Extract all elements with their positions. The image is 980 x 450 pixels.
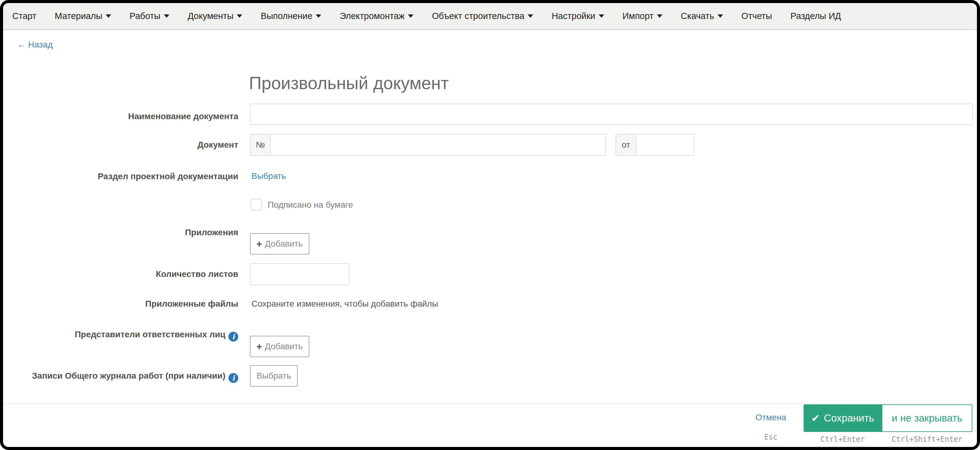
back-link[interactable]: ← Назад	[17, 40, 52, 49]
journal-records-choose-button[interactable]: Выбрать	[250, 365, 298, 386]
plus-icon: +	[257, 342, 262, 351]
save-and-not-close-button[interactable]: и не закрывать	[882, 404, 972, 432]
caret-down-icon	[718, 14, 723, 18]
nav-item-import[interactable]: Импорт	[613, 3, 671, 29]
document-number-group: №	[250, 134, 606, 156]
nav-item-label: Материалы	[55, 11, 102, 21]
nav-item-execution[interactable]: Выполнение	[251, 3, 331, 29]
nav-item-documents[interactable]: Документы	[178, 3, 252, 29]
project-section-label: Раздел проектной документации	[3, 171, 238, 182]
attachments-add-button[interactable]: + Добавить	[250, 233, 309, 254]
nav-item-label: Электромонтаж	[340, 11, 404, 21]
date-prefix-addon: от	[616, 134, 636, 156]
back-arrow-icon: ←	[17, 40, 26, 49]
project-section-choose-link[interactable]: Выбрать	[251, 171, 286, 181]
caret-down-icon	[528, 14, 533, 18]
document-date-group: от	[616, 134, 694, 156]
check-icon: ✔	[811, 413, 820, 423]
sheet-count-label: Количество листов	[3, 268, 238, 280]
document-number-input[interactable]	[270, 134, 606, 156]
nav-item-works[interactable]: Работы	[120, 3, 178, 29]
nav-item-materials[interactable]: Материалы	[46, 3, 120, 29]
form-footer: Отмена Esc ✔ Сохранить и не закрывать Ct…	[3, 403, 977, 447]
nav-item-label: Разделы ИД	[791, 11, 841, 21]
attachments-label: Приложения	[3, 227, 238, 239]
signed-on-paper-label[interactable]: Подписано на бумаге	[268, 200, 353, 210]
nav-item-label: Импорт	[623, 11, 654, 21]
nav-item-label: Работы	[130, 11, 161, 21]
caret-down-icon	[164, 14, 169, 18]
save-and-not-close-label: и не закрывать	[892, 412, 962, 424]
document-name-input[interactable]	[250, 103, 973, 125]
save-button-label: Сохранить	[824, 412, 874, 424]
nav-item-settings[interactable]: Настройки	[542, 3, 613, 29]
nav-item-reports[interactable]: Отчеты	[732, 3, 781, 29]
caret-down-icon	[316, 14, 321, 18]
save-shortcut: Ctrl+Enter	[803, 435, 882, 444]
back-link-label: Назад	[28, 40, 52, 49]
cancel-link[interactable]: Отмена	[749, 413, 792, 423]
caret-down-icon	[237, 14, 242, 18]
nav-item-label: Старт	[12, 11, 37, 21]
attached-files-hint: Сохраните изменения, чтобы добавить файл…	[251, 298, 438, 310]
attached-files-label: Приложенные файлы	[3, 298, 238, 310]
nav-item-label: Отчеты	[741, 11, 772, 21]
document-date-input[interactable]	[636, 134, 694, 156]
info-icon[interactable]: i	[229, 373, 238, 383]
save-button[interactable]: ✔ Сохранить	[803, 404, 882, 432]
signed-on-paper-checkbox[interactable]	[250, 199, 262, 210]
nav-item-label: Объект строительства	[432, 11, 524, 21]
journal-records-choose-button-label: Выбрать	[257, 371, 291, 381]
nav-item-label: Документы	[188, 11, 234, 21]
nav-item-electrical[interactable]: Электромонтаж	[331, 3, 423, 29]
caret-down-icon	[106, 14, 111, 18]
caret-down-icon	[408, 14, 414, 18]
journal-records-label: Записи Общего журнала работ (при наличии…	[3, 370, 238, 383]
cancel-shortcut: Esc	[749, 433, 792, 441]
nav-item-label: Выполнение	[261, 11, 312, 21]
representatives-label: Представители ответственных лицi	[3, 329, 238, 342]
attachments-add-button-label: Добавить	[265, 239, 303, 249]
nav-item-download[interactable]: Скачать	[671, 3, 732, 29]
journal-records-label-text: Записи Общего журнала работ (при наличии…	[32, 371, 225, 380]
app-window: Старт Материалы Работы Документы Выполне…	[0, 0, 980, 450]
number-prefix-addon: №	[250, 134, 270, 156]
nav-item-id-sections[interactable]: Разделы ИД	[781, 3, 850, 29]
nav-item-label: Настройки	[552, 11, 595, 21]
main-navbar: Старт Материалы Работы Документы Выполне…	[3, 3, 977, 30]
caret-down-icon	[657, 14, 662, 18]
save-and-not-close-shortcut: Ctrl+Shift+Enter	[882, 435, 972, 444]
info-icon[interactable]: i	[229, 332, 238, 342]
sheet-count-input[interactable]	[250, 263, 350, 285]
document-name-label: Наименование документа	[3, 111, 238, 122]
representatives-label-text: Представители ответственных лиц	[75, 330, 225, 339]
representatives-add-button-label: Добавить	[265, 342, 303, 351]
representatives-add-button[interactable]: + Добавить	[250, 336, 309, 357]
document-label: Документ	[3, 139, 238, 151]
nav-item-construction-object[interactable]: Объект строительства	[423, 3, 542, 29]
caret-down-icon	[599, 14, 604, 18]
page-title: Произвольный документ	[249, 73, 449, 93]
nav-item-label: Скачать	[681, 11, 714, 21]
plus-icon: +	[257, 239, 262, 249]
nav-item-start[interactable]: Старт	[3, 3, 46, 29]
